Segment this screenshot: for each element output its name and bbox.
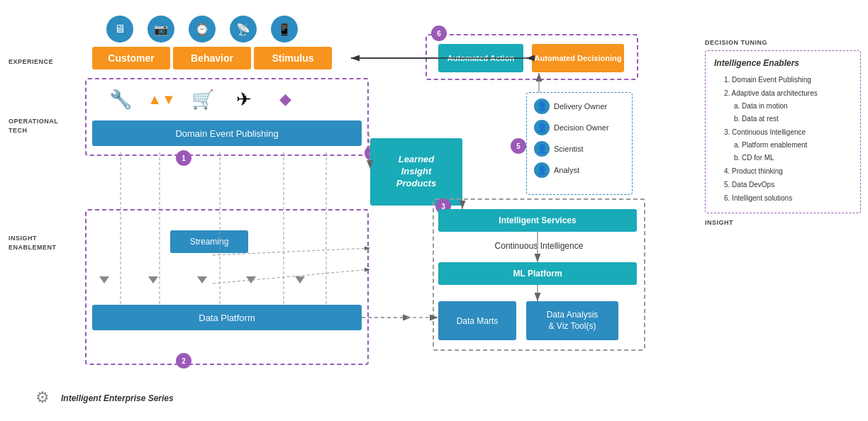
insight-label: INSIGHT (705, 219, 861, 226)
number-5: 5 (511, 138, 526, 154)
watch-icon: ⌚ (189, 16, 216, 43)
decision-owner-label: Decision Owner (554, 123, 609, 132)
ie-title: Intelligence Enablers (714, 58, 852, 68)
ie-item-2: 2. Adaptive data architectures a. Data i… (724, 87, 852, 125)
footer: ⚙ Intelligent Enterprise Series (35, 388, 174, 408)
down-arrow-4 (246, 276, 256, 284)
down-arrow-2 (148, 276, 158, 284)
automated-action-box: Automated Action (438, 44, 523, 72)
experience-boxes: Customer Behavior Stimulus (92, 47, 332, 69)
ie-item-4: 4. Product thinking (724, 165, 852, 178)
intelligence-enablers-box: Intelligence Enablers 1. Domain Event Pu… (705, 50, 861, 213)
customer-box: Customer (92, 47, 170, 69)
camera-icon: 📷 (148, 16, 174, 43)
down-arrow-5 (295, 276, 305, 284)
monitor-icon: 🖥 (106, 16, 133, 43)
delivery-owner-label: Delivery Owner (554, 102, 607, 111)
main-container: EXPERIENCE OPERATIONALTECH INSIGHTENABLE… (0, 0, 868, 421)
down-arrow-1 (99, 276, 109, 284)
role-scientist: 👤 Scientist (534, 141, 625, 157)
decision-tuning-label: DECISION TUNING (705, 39, 861, 46)
ie-item-5: 5. Data DevOps (724, 179, 852, 191)
behavior-box: Behavior (173, 47, 251, 69)
ie-item-6: 6. Intelligent solutions (724, 192, 852, 205)
role-analyst: 👤 Analyst (534, 162, 625, 178)
experience-label: EXPERIENCE (9, 58, 53, 65)
scientist-label: Scientist (554, 145, 584, 153)
ie-item-3: 3. Continuous Intelligence a. Platform e… (724, 126, 852, 164)
learned-insight-products: Learned Insight Products (370, 138, 462, 206)
number-1: 1 (176, 150, 191, 166)
delivery-owner-avatar: 👤 (534, 99, 550, 114)
role-delivery-owner: 👤 Delivery Owner (534, 99, 625, 114)
gear-icon: ⚙ (35, 388, 55, 408)
insight-enablement-label: INSIGHTENABLEMENT (9, 234, 57, 252)
role-decision-owner: 👤 Decision Owner (534, 120, 625, 135)
data-analysis-text: Data Analysis & Viz Tool(s) (547, 310, 599, 332)
streaming-box: Streaming (170, 230, 248, 253)
data-marts-box: Data Marts (438, 301, 516, 340)
number-2: 2 (176, 353, 191, 369)
decision-owner-avatar: 👤 (534, 120, 550, 135)
data-platform-bar: Data Platform (92, 305, 362, 330)
analyst-avatar: 👤 (534, 162, 550, 178)
icon-row: 🖥 📷 ⌚ 📡 📱 (106, 16, 298, 43)
roles-box: 👤 Delivery Owner 👤 Decision Owner 👤 Scie… (526, 92, 633, 195)
right-panel: DECISION TUNING Intelligence Enablers 1.… (705, 39, 861, 226)
ie-item-1: 1. Domain Event Publishing (724, 74, 852, 86)
analyst-label: Analyst (554, 166, 579, 174)
intelligent-services-bar: Intelligent Services (438, 209, 637, 232)
number-6: 6 (431, 26, 447, 41)
down-arrow-3 (197, 276, 207, 284)
operational-dashed-box (85, 78, 369, 156)
scientist-avatar: 👤 (534, 141, 550, 157)
wifi-icon: 📡 (230, 16, 257, 43)
stimulus-box: Stimulus (254, 47, 332, 69)
automated-decisioning-box: Automated Decisioning (532, 44, 624, 72)
phone-icon: 📱 (271, 16, 298, 43)
continuous-intelligence-label: Continuous Intelligence (454, 241, 624, 251)
down-arrows (99, 276, 305, 284)
operational-tech-label: OPERATIONALTECH (9, 117, 58, 135)
ie-list: 1. Domain Event Publishing 2. Adaptive d… (714, 74, 852, 205)
data-analysis-box: Data Analysis & Viz Tool(s) (526, 301, 618, 340)
ml-platform-bar: ML Platform (438, 262, 637, 285)
lip-text: Learned Insight Products (396, 154, 436, 190)
footer-text: Intelligent Enterprise Series (61, 393, 174, 403)
